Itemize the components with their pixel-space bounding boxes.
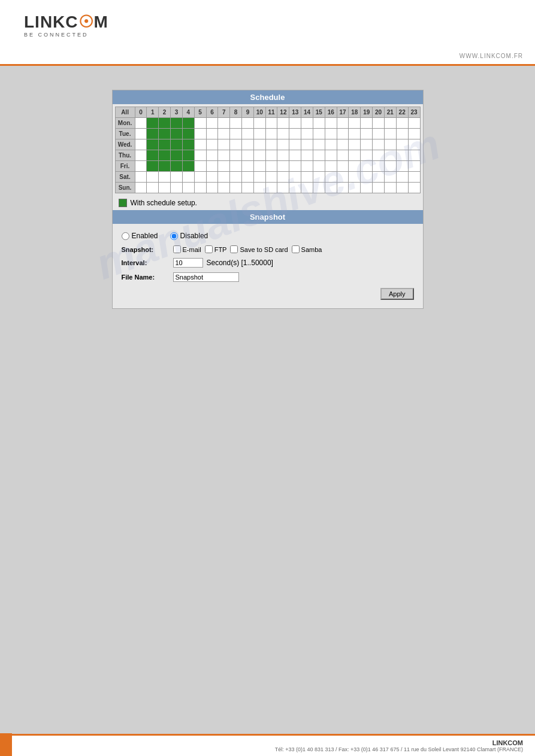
interval-row: Interval: Second(s) [1..50000] (122, 256, 414, 270)
header-7: 7 (218, 107, 230, 118)
header-11: 11 (265, 107, 277, 118)
footer: LINKCOM Tél: +33 (0)1 40 831 313 / Fax: … (0, 734, 535, 756)
interval-input[interactable] (173, 258, 203, 268)
cell-tue-2[interactable] (159, 129, 171, 139)
row-wed: Wed. (115, 139, 420, 150)
cell-mon-20[interactable] (373, 118, 385, 129)
schedule-title: Schedule (113, 90, 423, 104)
day-fri: Fri. (115, 161, 135, 172)
enabled-radio[interactable] (122, 232, 129, 240)
header-15: 15 (313, 107, 325, 118)
header-21: 21 (384, 107, 396, 118)
cell-mon-8[interactable] (230, 118, 242, 129)
header-6: 6 (206, 107, 218, 118)
footer-contact: Tél: +33 (0)1 40 831 313 / Fax: +33 (0)1… (275, 746, 523, 752)
cell-mon-17[interactable] (337, 118, 349, 129)
logo-highlight: ☉ (78, 13, 94, 31)
cell-mon-9[interactable] (242, 118, 254, 129)
cell-mon-4[interactable] (182, 118, 194, 129)
cell-tue-3[interactable] (171, 129, 183, 139)
email-label: E-mail (183, 246, 201, 253)
header-4: 4 (182, 107, 194, 118)
apply-button[interactable]: Apply (380, 288, 414, 300)
samba-option[interactable]: Samba (292, 245, 322, 253)
cell-mon-14[interactable] (301, 118, 313, 129)
day-sun: Sun. (115, 183, 135, 193)
header: LINKC☉M BE CONNECTED WWW.LINKCOM.FR (0, 0, 535, 66)
header-2: 2 (159, 107, 171, 118)
cell-mon-19[interactable] (361, 118, 373, 129)
filename-row: File Name: (122, 270, 414, 284)
header-0: 0 (135, 107, 147, 118)
cell-mon-3[interactable] (171, 118, 183, 129)
radio-enabled[interactable]: Enabled (122, 232, 158, 240)
logo: LINKC☉M (24, 12, 108, 32)
filename-input[interactable] (173, 272, 239, 282)
cell-mon-5[interactable] (194, 118, 206, 129)
cell-tue-4[interactable] (182, 129, 194, 139)
ftp-option[interactable]: FTP (205, 245, 227, 253)
cell-tue-0[interactable] (135, 129, 147, 139)
ftp-checkbox[interactable] (205, 245, 213, 253)
cell-tue-1[interactable] (147, 129, 159, 139)
samba-checkbox[interactable] (292, 245, 300, 253)
row-thu: Thu. (115, 150, 420, 161)
logo-sub: BE CONNECTED (24, 32, 108, 38)
row-tue: Tue. (115, 129, 420, 139)
radio-disabled[interactable]: Disabled (170, 232, 208, 240)
header-5: 5 (194, 107, 206, 118)
legend-green-box (119, 199, 127, 207)
apply-row: Apply (122, 284, 414, 301)
cell-tue-5[interactable] (194, 129, 206, 139)
header-8: 8 (230, 107, 242, 118)
day-thu: Thu. (115, 150, 135, 161)
header-all: All (115, 107, 135, 118)
row-fri: Fri. (115, 161, 420, 172)
radio-row: Enabled Disabled (122, 229, 414, 243)
main-content: Schedule All 0 1 2 3 4 5 6 7 8 (0, 66, 535, 333)
schedule-panel: Schedule All 0 1 2 3 4 5 6 7 8 (112, 90, 424, 309)
cell-mon-1[interactable] (147, 118, 159, 129)
save-sd-option[interactable]: Save to SD card (230, 245, 288, 253)
header-22: 22 (396, 107, 408, 118)
cell-mon-12[interactable] (277, 118, 289, 129)
row-sat: Sat. (115, 172, 420, 183)
cell-mon-23[interactable] (408, 118, 420, 129)
cell-mon-11[interactable] (265, 118, 277, 129)
snapshot-checkboxes-row: Snapshot: E-mail FTP Save to SD card Sam… (122, 243, 414, 256)
cell-mon-2[interactable] (159, 118, 171, 129)
cell-mon-6[interactable] (206, 118, 218, 129)
save-sd-checkbox[interactable] (230, 245, 238, 253)
header-18: 18 (349, 107, 361, 118)
cell-mon-0[interactable] (135, 118, 147, 129)
header-3: 3 (171, 107, 183, 118)
cell-mon-7[interactable] (218, 118, 230, 129)
row-mon: Mon. (115, 118, 420, 129)
snapshot-body: Enabled Disabled Snapshot: E-mail FTP (113, 224, 423, 308)
cell-mon-13[interactable] (289, 118, 301, 129)
cell-mon-15[interactable] (313, 118, 325, 129)
email-option[interactable]: E-mail (173, 245, 201, 253)
header-10: 10 (253, 107, 265, 118)
cell-mon-18[interactable] (349, 118, 361, 129)
disabled-radio[interactable] (170, 232, 178, 240)
enabled-label: Enabled (132, 232, 158, 240)
email-checkbox[interactable] (173, 245, 181, 253)
header-1: 1 (147, 107, 159, 118)
row-sun: Sun. (115, 183, 420, 193)
cell-mon-16[interactable] (325, 118, 337, 129)
disabled-label: Disabled (180, 232, 208, 240)
header-url: WWW.LINKCOM.FR (460, 53, 523, 59)
day-mon: Mon. (115, 118, 135, 129)
cell-mon-21[interactable] (384, 118, 396, 129)
header-23: 23 (408, 107, 420, 118)
day-wed: Wed. (115, 139, 135, 150)
interval-unit: Second(s) [1..50000] (207, 259, 273, 267)
cell-mon-22[interactable] (396, 118, 408, 129)
header-19: 19 (361, 107, 373, 118)
samba-label: Samba (301, 246, 322, 253)
day-tue: Tue. (115, 129, 135, 139)
day-sat: Sat. (115, 172, 135, 183)
save-sd-label: Save to SD card (240, 246, 288, 253)
cell-mon-10[interactable] (253, 118, 265, 129)
